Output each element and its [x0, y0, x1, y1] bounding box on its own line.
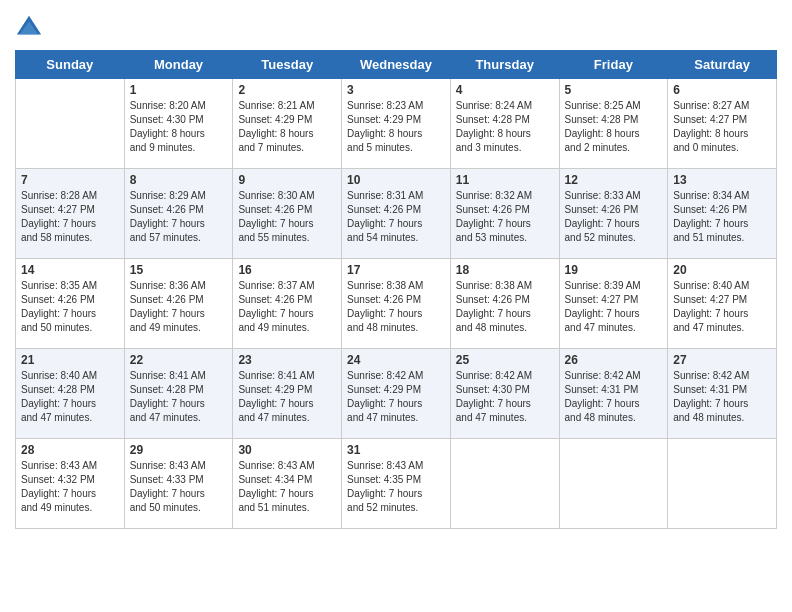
- day-info: Sunrise: 8:21 AM Sunset: 4:29 PM Dayligh…: [238, 99, 336, 155]
- day-info: Sunrise: 8:37 AM Sunset: 4:26 PM Dayligh…: [238, 279, 336, 335]
- calendar-cell: 4Sunrise: 8:24 AM Sunset: 4:28 PM Daylig…: [450, 79, 559, 169]
- day-number: 7: [21, 173, 119, 187]
- calendar-cell: 9Sunrise: 8:30 AM Sunset: 4:26 PM Daylig…: [233, 169, 342, 259]
- calendar-cell: 17Sunrise: 8:38 AM Sunset: 4:26 PM Dayli…: [342, 259, 451, 349]
- day-info: Sunrise: 8:38 AM Sunset: 4:26 PM Dayligh…: [456, 279, 554, 335]
- day-number: 28: [21, 443, 119, 457]
- calendar-cell: [16, 79, 125, 169]
- day-info: Sunrise: 8:27 AM Sunset: 4:27 PM Dayligh…: [673, 99, 771, 155]
- day-info: Sunrise: 8:43 AM Sunset: 4:34 PM Dayligh…: [238, 459, 336, 515]
- day-info: Sunrise: 8:35 AM Sunset: 4:26 PM Dayligh…: [21, 279, 119, 335]
- day-number: 4: [456, 83, 554, 97]
- calendar-cell: 8Sunrise: 8:29 AM Sunset: 4:26 PM Daylig…: [124, 169, 233, 259]
- day-number: 10: [347, 173, 445, 187]
- day-info: Sunrise: 8:32 AM Sunset: 4:26 PM Dayligh…: [456, 189, 554, 245]
- calendar-week-row: 14Sunrise: 8:35 AM Sunset: 4:26 PM Dayli…: [16, 259, 777, 349]
- day-number: 14: [21, 263, 119, 277]
- weekday-header-thursday: Thursday: [450, 51, 559, 79]
- day-info: Sunrise: 8:39 AM Sunset: 4:27 PM Dayligh…: [565, 279, 663, 335]
- calendar-cell: 1Sunrise: 8:20 AM Sunset: 4:30 PM Daylig…: [124, 79, 233, 169]
- day-number: 24: [347, 353, 445, 367]
- calendar-cell: 26Sunrise: 8:42 AM Sunset: 4:31 PM Dayli…: [559, 349, 668, 439]
- day-info: Sunrise: 8:36 AM Sunset: 4:26 PM Dayligh…: [130, 279, 228, 335]
- calendar-cell: 23Sunrise: 8:41 AM Sunset: 4:29 PM Dayli…: [233, 349, 342, 439]
- day-number: 12: [565, 173, 663, 187]
- day-info: Sunrise: 8:29 AM Sunset: 4:26 PM Dayligh…: [130, 189, 228, 245]
- day-info: Sunrise: 8:30 AM Sunset: 4:26 PM Dayligh…: [238, 189, 336, 245]
- calendar-cell: 14Sunrise: 8:35 AM Sunset: 4:26 PM Dayli…: [16, 259, 125, 349]
- day-number: 3: [347, 83, 445, 97]
- weekday-header-saturday: Saturday: [668, 51, 777, 79]
- header: [15, 10, 777, 42]
- weekday-header-friday: Friday: [559, 51, 668, 79]
- logo-icon: [15, 14, 43, 42]
- day-info: Sunrise: 8:40 AM Sunset: 4:27 PM Dayligh…: [673, 279, 771, 335]
- calendar-cell: [450, 439, 559, 529]
- day-info: Sunrise: 8:42 AM Sunset: 4:29 PM Dayligh…: [347, 369, 445, 425]
- day-number: 15: [130, 263, 228, 277]
- calendar-cell: [559, 439, 668, 529]
- day-info: Sunrise: 8:43 AM Sunset: 4:33 PM Dayligh…: [130, 459, 228, 515]
- calendar-table: SundayMondayTuesdayWednesdayThursdayFrid…: [15, 50, 777, 529]
- day-number: 6: [673, 83, 771, 97]
- day-number: 9: [238, 173, 336, 187]
- day-number: 26: [565, 353, 663, 367]
- calendar-cell: 29Sunrise: 8:43 AM Sunset: 4:33 PM Dayli…: [124, 439, 233, 529]
- day-number: 25: [456, 353, 554, 367]
- calendar-cell: 3Sunrise: 8:23 AM Sunset: 4:29 PM Daylig…: [342, 79, 451, 169]
- day-info: Sunrise: 8:23 AM Sunset: 4:29 PM Dayligh…: [347, 99, 445, 155]
- calendar-cell: 7Sunrise: 8:28 AM Sunset: 4:27 PM Daylig…: [16, 169, 125, 259]
- day-info: Sunrise: 8:28 AM Sunset: 4:27 PM Dayligh…: [21, 189, 119, 245]
- day-number: 27: [673, 353, 771, 367]
- day-info: Sunrise: 8:42 AM Sunset: 4:31 PM Dayligh…: [673, 369, 771, 425]
- weekday-header-monday: Monday: [124, 51, 233, 79]
- calendar-cell: 16Sunrise: 8:37 AM Sunset: 4:26 PM Dayli…: [233, 259, 342, 349]
- day-number: 1: [130, 83, 228, 97]
- day-number: 20: [673, 263, 771, 277]
- day-number: 18: [456, 263, 554, 277]
- calendar-cell: [668, 439, 777, 529]
- weekday-header-wednesday: Wednesday: [342, 51, 451, 79]
- calendar-cell: 5Sunrise: 8:25 AM Sunset: 4:28 PM Daylig…: [559, 79, 668, 169]
- calendar-week-row: 21Sunrise: 8:40 AM Sunset: 4:28 PM Dayli…: [16, 349, 777, 439]
- calendar-header-row: SundayMondayTuesdayWednesdayThursdayFrid…: [16, 51, 777, 79]
- day-number: 22: [130, 353, 228, 367]
- day-info: Sunrise: 8:42 AM Sunset: 4:31 PM Dayligh…: [565, 369, 663, 425]
- calendar-cell: 13Sunrise: 8:34 AM Sunset: 4:26 PM Dayli…: [668, 169, 777, 259]
- day-info: Sunrise: 8:41 AM Sunset: 4:29 PM Dayligh…: [238, 369, 336, 425]
- calendar-cell: 31Sunrise: 8:43 AM Sunset: 4:35 PM Dayli…: [342, 439, 451, 529]
- calendar-cell: 27Sunrise: 8:42 AM Sunset: 4:31 PM Dayli…: [668, 349, 777, 439]
- logo: [15, 10, 47, 42]
- calendar-cell: 24Sunrise: 8:42 AM Sunset: 4:29 PM Dayli…: [342, 349, 451, 439]
- day-number: 16: [238, 263, 336, 277]
- weekday-header-tuesday: Tuesday: [233, 51, 342, 79]
- day-info: Sunrise: 8:41 AM Sunset: 4:28 PM Dayligh…: [130, 369, 228, 425]
- day-info: Sunrise: 8:38 AM Sunset: 4:26 PM Dayligh…: [347, 279, 445, 335]
- day-info: Sunrise: 8:34 AM Sunset: 4:26 PM Dayligh…: [673, 189, 771, 245]
- calendar-week-row: 1Sunrise: 8:20 AM Sunset: 4:30 PM Daylig…: [16, 79, 777, 169]
- calendar-cell: 28Sunrise: 8:43 AM Sunset: 4:32 PM Dayli…: [16, 439, 125, 529]
- calendar-cell: 30Sunrise: 8:43 AM Sunset: 4:34 PM Dayli…: [233, 439, 342, 529]
- page: SundayMondayTuesdayWednesdayThursdayFrid…: [0, 0, 792, 612]
- calendar-cell: 19Sunrise: 8:39 AM Sunset: 4:27 PM Dayli…: [559, 259, 668, 349]
- day-number: 21: [21, 353, 119, 367]
- calendar-cell: 10Sunrise: 8:31 AM Sunset: 4:26 PM Dayli…: [342, 169, 451, 259]
- calendar-week-row: 7Sunrise: 8:28 AM Sunset: 4:27 PM Daylig…: [16, 169, 777, 259]
- day-info: Sunrise: 8:33 AM Sunset: 4:26 PM Dayligh…: [565, 189, 663, 245]
- day-number: 29: [130, 443, 228, 457]
- day-info: Sunrise: 8:20 AM Sunset: 4:30 PM Dayligh…: [130, 99, 228, 155]
- calendar-week-row: 28Sunrise: 8:43 AM Sunset: 4:32 PM Dayli…: [16, 439, 777, 529]
- day-number: 31: [347, 443, 445, 457]
- calendar-cell: 12Sunrise: 8:33 AM Sunset: 4:26 PM Dayli…: [559, 169, 668, 259]
- day-info: Sunrise: 8:31 AM Sunset: 4:26 PM Dayligh…: [347, 189, 445, 245]
- weekday-header-sunday: Sunday: [16, 51, 125, 79]
- day-number: 30: [238, 443, 336, 457]
- day-number: 19: [565, 263, 663, 277]
- calendar-cell: 6Sunrise: 8:27 AM Sunset: 4:27 PM Daylig…: [668, 79, 777, 169]
- calendar-cell: 20Sunrise: 8:40 AM Sunset: 4:27 PM Dayli…: [668, 259, 777, 349]
- day-info: Sunrise: 8:43 AM Sunset: 4:35 PM Dayligh…: [347, 459, 445, 515]
- day-number: 13: [673, 173, 771, 187]
- day-number: 11: [456, 173, 554, 187]
- day-info: Sunrise: 8:24 AM Sunset: 4:28 PM Dayligh…: [456, 99, 554, 155]
- calendar-cell: 15Sunrise: 8:36 AM Sunset: 4:26 PM Dayli…: [124, 259, 233, 349]
